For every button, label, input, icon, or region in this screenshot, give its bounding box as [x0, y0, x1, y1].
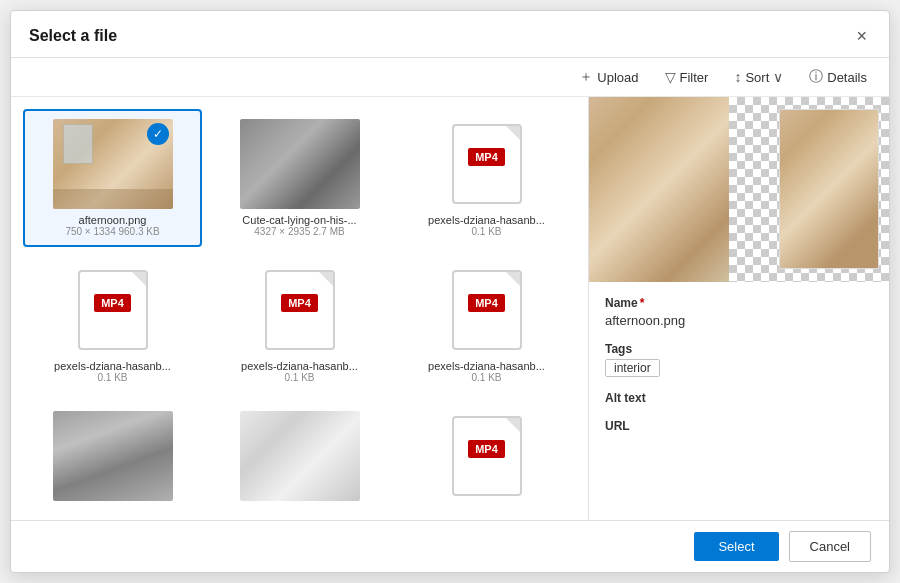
file-item-cat3[interactable]	[210, 401, 389, 516]
preview-image-area	[589, 97, 889, 282]
filter-icon: ▽	[665, 69, 676, 85]
content-area: ✓ afternoon.png 750 × 1334 960.3 KB Cute…	[11, 97, 889, 520]
plus-icon: ＋	[579, 68, 593, 86]
info-icon: ⓘ	[809, 68, 823, 86]
name-value: afternoon.png	[605, 313, 873, 328]
file-item-cute-cat[interactable]: Cute-cat-lying-on-his-... 4327 × 2935 2.…	[210, 109, 389, 247]
tags-row: Tags interior	[605, 342, 873, 377]
url-row: URL	[605, 419, 873, 433]
preview-details: Name* afternoon.png Tags interior Alt te…	[589, 282, 889, 520]
thumb-container-pexels-1: MP4	[427, 119, 547, 209]
file-grid-area[interactable]: ✓ afternoon.png 750 × 1334 960.3 KB Cute…	[11, 97, 589, 520]
mp4-corner-2	[132, 272, 146, 286]
mp4-badge-1: MP4	[468, 148, 505, 166]
file-item-cat2[interactable]	[23, 401, 202, 516]
file-meta-afternoon: 750 × 1334 960.3 KB	[65, 226, 159, 237]
upload-button[interactable]: ＋ Upload	[575, 66, 642, 88]
mp4-corner-3	[319, 272, 333, 286]
thumb-container-afternoon: ✓	[53, 119, 173, 209]
required-star: *	[640, 296, 645, 310]
file-item-pexels-5[interactable]: MP4	[397, 401, 576, 516]
alt-text-label: Alt text	[605, 391, 873, 405]
select-file-dialog: Select a file × ＋ Upload ▽ Filter ↕ Sort…	[10, 10, 890, 573]
file-name-pexels-2: pexels-dziana-hasanb...	[48, 360, 178, 372]
dialog-header: Select a file ×	[11, 11, 889, 58]
mp4-icon-1: MP4	[452, 124, 522, 204]
thumb-container-cat2	[53, 411, 173, 501]
preview-image-main	[589, 97, 729, 282]
toolbar: ＋ Upload ▽ Filter ↕ Sort ∨ ⓘ Details	[11, 58, 889, 97]
file-name-pexels-1: pexels-dziana-hasanb...	[422, 214, 552, 226]
dialog-footer: Select Cancel	[11, 520, 889, 572]
file-item-afternoon[interactable]: ✓ afternoon.png 750 × 1334 960.3 KB	[23, 109, 202, 247]
file-meta-pexels-1: 0.1 KB	[471, 226, 501, 237]
dialog-title: Select a file	[29, 27, 117, 45]
mp4-badge-2: MP4	[94, 294, 131, 312]
filter-label: Filter	[680, 70, 709, 85]
thumb-container-cat3	[240, 411, 360, 501]
mp4-icon-2: MP4	[78, 270, 148, 350]
mp4-icon-4: MP4	[452, 270, 522, 350]
tag-interior[interactable]: interior	[605, 359, 660, 377]
mp4-icon-5: MP4	[452, 416, 522, 496]
tags-value: interior	[605, 359, 873, 377]
sort-button[interactable]: ↕ Sort ∨	[730, 67, 787, 87]
upload-label: Upload	[597, 70, 638, 85]
file-name-cat: Cute-cat-lying-on-his-...	[235, 214, 365, 226]
selected-checkmark: ✓	[147, 123, 169, 145]
url-label: URL	[605, 419, 873, 433]
room-decoration	[63, 124, 93, 164]
file-item-pexels-4[interactable]: MP4 pexels-dziana-hasanb... 0.1 KB	[397, 255, 576, 393]
sort-icon: ↕	[734, 69, 741, 85]
file-name-pexels-4: pexels-dziana-hasanb...	[422, 360, 552, 372]
mp4-badge-4: MP4	[468, 294, 505, 312]
name-label: Name*	[605, 296, 873, 310]
close-button[interactable]: ×	[852, 25, 871, 47]
file-item-pexels-3[interactable]: MP4 pexels-dziana-hasanb... 0.1 KB	[210, 255, 389, 393]
thumb-container-pexels-2: MP4	[53, 265, 173, 355]
file-name-pexels-3: pexels-dziana-hasanb...	[235, 360, 365, 372]
details-label: Details	[827, 70, 867, 85]
room-desk-decoration	[53, 189, 173, 209]
name-row: Name* afternoon.png	[605, 296, 873, 328]
file-name-afternoon: afternoon.png	[48, 214, 178, 226]
thumbnail-cat2	[53, 411, 173, 501]
mp4-icon-3: MP4	[265, 270, 335, 350]
filter-button[interactable]: ▽ Filter	[661, 67, 713, 87]
select-button[interactable]: Select	[694, 532, 778, 561]
mp4-corner	[506, 126, 520, 140]
tags-label: Tags	[605, 342, 873, 356]
file-meta-pexels-4: 0.1 KB	[471, 372, 501, 383]
file-item-pexels-1[interactable]: MP4 pexels-dziana-hasanb... 0.1 KB	[397, 109, 576, 247]
thumbnail-cat3	[240, 411, 360, 501]
mp4-badge-3: MP4	[281, 294, 318, 312]
mp4-badge-5: MP4	[468, 440, 505, 458]
thumb-container-pexels-3: MP4	[240, 265, 360, 355]
thumb-container-pexels-5: MP4	[427, 411, 547, 501]
thumbnail-cat	[240, 119, 360, 209]
file-item-pexels-2[interactable]: MP4 pexels-dziana-hasanb... 0.1 KB	[23, 255, 202, 393]
file-grid: ✓ afternoon.png 750 × 1334 960.3 KB Cute…	[23, 109, 576, 516]
thumb-container-cat	[240, 119, 360, 209]
mp4-corner-5	[506, 418, 520, 432]
details-button[interactable]: ⓘ Details	[805, 66, 871, 88]
file-meta-pexels-2: 0.1 KB	[97, 372, 127, 383]
preview-panel: Name* afternoon.png Tags interior Alt te…	[589, 97, 889, 520]
file-meta-pexels-3: 0.1 KB	[284, 372, 314, 383]
thumb-container-pexels-4: MP4	[427, 265, 547, 355]
mp4-corner-4	[506, 272, 520, 286]
file-meta-cat: 4327 × 2935 2.7 MB	[254, 226, 344, 237]
chevron-down-icon: ∨	[773, 69, 783, 85]
alt-text-row: Alt text	[605, 391, 873, 405]
cancel-button[interactable]: Cancel	[789, 531, 871, 562]
sort-label: Sort	[745, 70, 769, 85]
preview-image-secondary	[779, 109, 879, 269]
